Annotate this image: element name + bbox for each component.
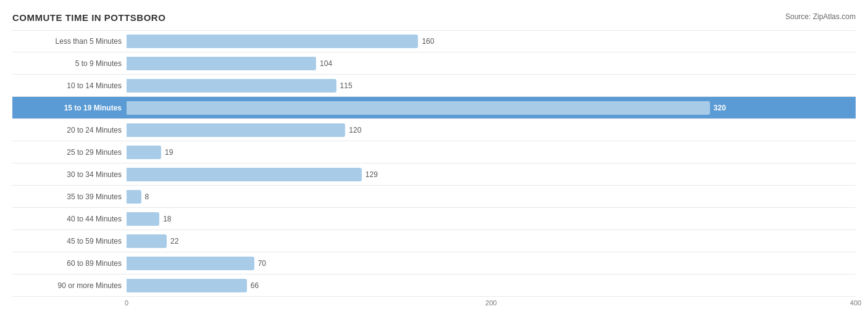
bar-row: 25 to 29 Minutes19 [12, 141, 856, 163]
bar-track: 129 [127, 163, 856, 185]
bar-fill [127, 146, 161, 159]
bar-value: 160 [422, 37, 434, 46]
x-axis-tick: 400 [850, 299, 861, 307]
bar-row: 35 to 39 Minutes8 [12, 186, 856, 208]
bar-label: 35 to 39 Minutes [12, 192, 127, 201]
bar-label: 5 to 9 Minutes [12, 59, 127, 68]
bar-row: 10 to 14 Minutes115 [12, 75, 856, 97]
bar-value: 22 [170, 237, 178, 246]
bar-track: 19 [127, 141, 856, 163]
bar-track: 120 [127, 119, 856, 141]
bar-label: 15 to 19 Minutes [12, 104, 127, 112]
bar-track: 104 [127, 52, 856, 74]
bar-track: 160 [127, 31, 856, 52]
bar-fill [127, 212, 159, 226]
x-axis-tick: 200 [485, 299, 496, 307]
chart-title: COMMUTE TIME IN POTTSBORO [12, 12, 856, 23]
bar-label: 25 to 29 Minutes [12, 148, 127, 157]
bar-label: 10 to 14 Minutes [12, 81, 127, 90]
bar-row: 40 to 44 Minutes18 [12, 208, 856, 230]
bar-row: 30 to 34 Minutes129 [12, 163, 856, 186]
bar-track: 115 [127, 75, 856, 96]
bar-track: 320 [127, 97, 856, 118]
bar-value: 8 [145, 192, 149, 201]
chart-container: COMMUTE TIME IN POTTSBORO Source: ZipAtl… [0, 0, 868, 322]
bar-track: 8 [127, 186, 856, 207]
bar-value: 115 [340, 81, 353, 90]
bar-label: 90 or more Minutes [12, 281, 127, 290]
bar-value: 104 [320, 59, 332, 68]
x-axis: 0200400 [127, 297, 856, 312]
chart-area: Less than 5 Minutes1605 to 9 Minutes1041… [12, 30, 856, 284]
bar-fill [127, 190, 141, 204]
bar-track: 66 [127, 275, 856, 296]
bar-value: 120 [349, 126, 361, 134]
bar-value: 129 [365, 170, 378, 179]
bar-fill [127, 257, 254, 270]
bar-row: 45 to 59 Minutes22 [12, 230, 856, 252]
bar-fill [127, 279, 247, 292]
bar-value: 66 [251, 281, 259, 290]
bar-track: 18 [127, 208, 856, 229]
bar-track: 70 [127, 252, 856, 274]
bar-fill [127, 123, 345, 137]
bar-value: 19 [165, 148, 173, 157]
bar-label: 60 to 89 Minutes [12, 259, 127, 268]
x-axis-tick: 0 [125, 299, 128, 307]
bar-fill [127, 57, 316, 70]
bar-label: 30 to 34 Minutes [12, 170, 127, 179]
bar-row: 60 to 89 Minutes70 [12, 252, 856, 275]
bar-row: 15 to 19 Minutes320 [12, 97, 856, 119]
bar-value: 70 [258, 259, 266, 268]
bar-label: 40 to 44 Minutes [12, 215, 127, 223]
bar-fill [127, 168, 362, 181]
bar-row: 90 or more Minutes66 [12, 275, 856, 297]
bar-fill [127, 35, 418, 48]
bar-fill [127, 79, 336, 93]
bar-value: 18 [163, 215, 171, 223]
bar-label: 45 to 59 Minutes [12, 237, 127, 246]
bar-row: 5 to 9 Minutes104 [12, 52, 856, 75]
bar-value: 320 [714, 104, 726, 112]
bar-label: 20 to 24 Minutes [12, 126, 127, 134]
bar-fill [127, 234, 167, 248]
source-text: Source: ZipAtlas.com [785, 12, 856, 21]
bar-label: Less than 5 Minutes [12, 37, 127, 46]
bar-fill [127, 101, 710, 115]
bar-track: 22 [127, 230, 856, 252]
bar-row: Less than 5 Minutes160 [12, 30, 856, 52]
bars-section: Less than 5 Minutes1605 to 9 Minutes1041… [12, 30, 856, 297]
bar-row: 20 to 24 Minutes120 [12, 119, 856, 141]
